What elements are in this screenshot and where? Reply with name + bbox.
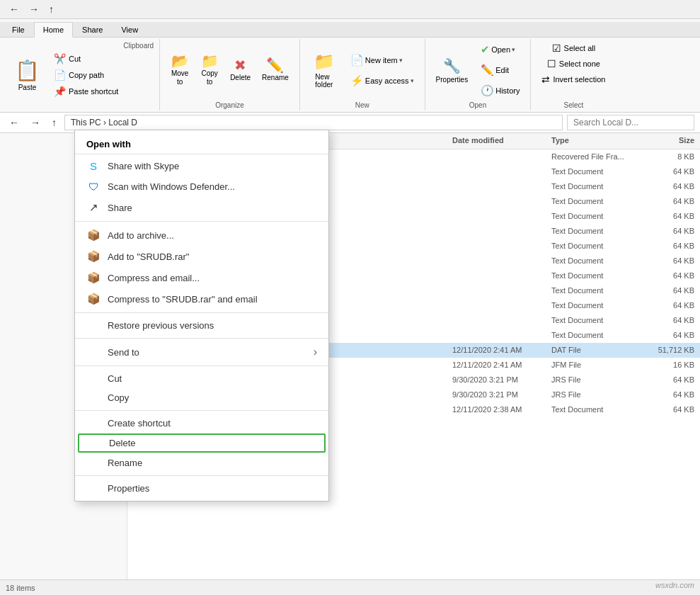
skype-icon: S <box>86 160 101 172</box>
paste-button[interactable]: 📋 Paste <box>8 55 46 95</box>
new-item-arrow: ▾ <box>399 57 403 64</box>
ctx-add-srudb-rar[interactable]: 📦 Add to "SRUDB.rar" <box>75 246 328 267</box>
ctx-compress-srudb-email[interactable]: 📦 Compress to "SRUDB.rar" and email <box>75 288 328 310</box>
share-icon: ↗ <box>86 201 101 214</box>
properties-icon: 🔧 <box>443 57 461 74</box>
ribbon: File Home Share View 📋 Paste ✂️ Cut <box>0 19 700 113</box>
copy-to-icon: 📁 <box>201 54 219 68</box>
open-buttons: 🔧 Properties ✔ Open ▾ ✏️ Edit 🕐 <box>431 40 525 100</box>
ribbon-tab-bar: File Home Share View <box>0 22 700 38</box>
select-none-icon: ☐ <box>547 58 556 69</box>
move-to-icon: 📂 <box>171 54 189 68</box>
edit-icon: ✏️ <box>481 64 494 76</box>
clipboard-label: Clipboard <box>123 40 154 109</box>
select-label: Select <box>564 100 584 109</box>
compress2-icon: 📦 <box>86 293 101 305</box>
ctx-sep-6 <box>75 475 328 476</box>
easy-access-arrow: ▾ <box>411 77 414 84</box>
tab-share[interactable]: Share <box>73 22 112 37</box>
paste-shortcut-button[interactable]: 📌 Paste shortcut <box>49 84 123 99</box>
ctx-rename[interactable]: Rename <box>75 453 328 472</box>
ctx-compress-email[interactable]: 📦 Compress and email... <box>75 267 328 288</box>
context-menu-header: Open with <box>75 133 328 154</box>
edit-button[interactable]: ✏️ Edit <box>476 61 524 79</box>
nav-forward[interactable]: → <box>27 115 44 130</box>
rename-button[interactable]: ✏️ Rename <box>257 55 294 86</box>
move-to-button[interactable]: 📂 Move to <box>166 50 194 90</box>
new-item-icon: 📄 <box>350 54 364 67</box>
copy-path-button[interactable]: 📄 Copy path <box>49 67 123 83</box>
cut-icon: ✂️ <box>54 53 66 64</box>
tab-view[interactable]: View <box>112 22 147 37</box>
select-all-icon: ☑ <box>552 42 561 54</box>
open-sub-buttons: ✔ Open ▾ ✏️ Edit 🕐 History <box>476 40 524 100</box>
delete-icon: ✖ <box>234 58 246 72</box>
ctx-share[interactable]: ↗ Share <box>75 197 328 218</box>
easy-access-button[interactable]: ⚡ Easy access ▾ <box>345 72 419 90</box>
new-label: New <box>355 100 369 109</box>
open-icon: ✔ <box>481 43 490 56</box>
rename-icon: ✏️ <box>266 58 284 72</box>
select-none-button[interactable]: ☐ Select none <box>542 56 605 72</box>
col-header-date[interactable]: Date modified <box>452 136 551 146</box>
ctx-sep-3 <box>75 338 328 339</box>
search-input[interactable] <box>567 115 694 130</box>
context-menu: Open with S Share with Skype 🛡 Scan with… <box>74 130 329 502</box>
ctx-properties[interactable]: Properties <box>75 479 328 498</box>
address-path[interactable]: This PC › Local D <box>64 115 563 130</box>
ctx-add-archive[interactable]: 📦 Add to archive... <box>75 225 328 246</box>
new-folder-icon: 📁 <box>314 52 335 72</box>
archive2-icon: 📦 <box>86 250 101 263</box>
nav-back[interactable]: ← <box>6 115 23 130</box>
forward-button[interactable]: → <box>25 1 42 17</box>
paste-shortcut-icon: 📌 <box>54 86 66 97</box>
copy-path-icon: 📄 <box>54 69 66 81</box>
easy-access-icon: ⚡ <box>350 74 364 87</box>
ctx-cut[interactable]: Cut <box>75 369 328 388</box>
new-folder-button[interactable]: 📁 New folder <box>306 48 343 92</box>
ctx-create-shortcut[interactable]: Create shortcut <box>75 414 328 433</box>
delete-button[interactable]: ✖ Delete <box>225 55 256 86</box>
organize-group: 📂 Move to 📁 Copy to ✖ Delete ✏️ Rename O… <box>160 39 300 110</box>
defender-icon: 🛡 <box>86 181 101 193</box>
quick-access-toolbar: ← → ↑ <box>0 0 700 19</box>
new-group: 📁 New folder 📄 New item ▾ ⚡ Easy access … <box>300 39 425 110</box>
back-button[interactable]: ← <box>6 1 23 17</box>
ctx-send-to[interactable]: Send to <box>75 341 328 363</box>
ctx-sep-5 <box>75 410 328 411</box>
ctx-share-skype[interactable]: S Share with Skype <box>75 156 328 176</box>
new-sub-buttons: 📄 New item ▾ ⚡ Easy access ▾ <box>345 51 419 90</box>
organize-label: Organize <box>215 100 244 109</box>
invert-selection-icon: ⇄ <box>541 74 550 85</box>
invert-selection-button[interactable]: ⇄ Invert selection <box>537 72 610 87</box>
tab-home[interactable]: Home <box>34 22 73 38</box>
col-header-type[interactable]: Type <box>551 136 643 146</box>
cut-button[interactable]: ✂️ Cut <box>49 51 123 67</box>
tab-file[interactable]: File <box>3 22 34 37</box>
select-all-button[interactable]: ☑ Select all <box>547 40 601 56</box>
history-button[interactable]: 🕐 History <box>476 81 524 100</box>
ctx-delete[interactable]: Delete <box>78 434 326 453</box>
archive-icon: 📦 <box>86 229 101 242</box>
status-item-count: 18 items <box>6 584 35 592</box>
open-button[interactable]: ✔ Open ▾ <box>476 40 524 59</box>
select-buttons: ☑ Select all ☐ Select none ⇄ Invert sele… <box>537 40 610 100</box>
organize-buttons: 📂 Move to 📁 Copy to ✖ Delete ✏️ Rename <box>166 40 294 100</box>
history-icon: 🕐 <box>481 84 494 97</box>
open-label: Open <box>469 100 486 109</box>
status-bar: 18 items <box>0 579 700 595</box>
ctx-restore-versions[interactable]: Restore previous versions <box>75 316 328 335</box>
new-item-button[interactable]: 📄 New item ▾ <box>345 51 419 69</box>
ctx-scan-defender[interactable]: 🛡 Scan with Windows Defender... <box>75 176 328 197</box>
watermark: wsxdn.com <box>655 581 694 589</box>
properties-button[interactable]: 🔧 Properties <box>431 54 474 87</box>
compress-icon: 📦 <box>86 271 101 284</box>
ctx-copy[interactable]: Copy <box>75 388 328 407</box>
select-group: ☑ Select all ☐ Select none ⇄ Invert sele… <box>531 39 616 110</box>
copy-to-button[interactable]: 📁 Copy to <box>195 50 224 90</box>
col-header-size[interactable]: Size <box>643 136 700 146</box>
up-button[interactable]: ↑ <box>45 1 57 17</box>
paste-icon: 📋 <box>15 59 40 82</box>
clipboard-group: 📋 Paste ✂️ Cut 📄 Copy path 📌 Paste short… <box>3 39 160 110</box>
nav-up[interactable]: ↑ <box>48 115 60 130</box>
